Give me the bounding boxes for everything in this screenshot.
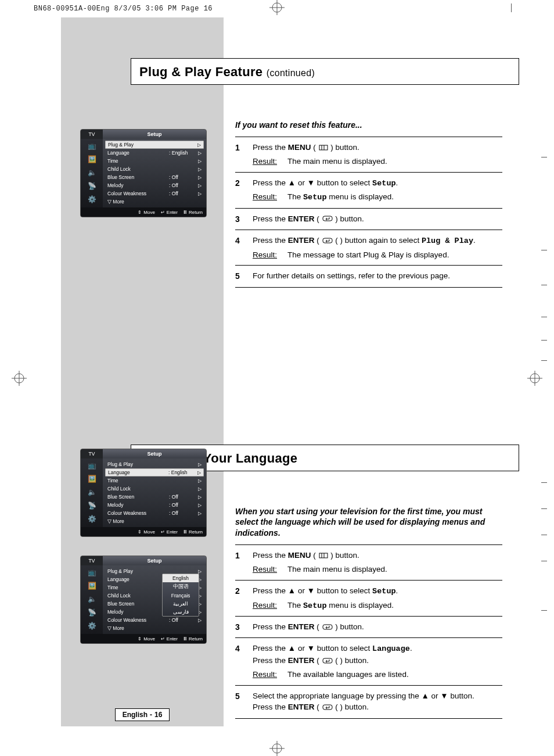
step-number: 2 <box>235 177 253 203</box>
step: 3 Press the ENTER ( ) button. <box>235 208 502 230</box>
result-label: Result: <box>253 191 287 203</box>
osd-popup-item: English <box>163 574 199 582</box>
step: 2 Press the ▲ or ▼ button to select Setu… <box>235 580 502 616</box>
registration-mark-icon <box>269 0 285 15</box>
result-text: The main menu is displayed. <box>287 156 502 167</box>
osd-row: ▽ More <box>105 517 204 525</box>
input-icon: 📺 <box>85 568 98 577</box>
osd-row: Child Lock▷ <box>105 165 204 173</box>
step: 5 For further details on settings, refer… <box>235 265 502 287</box>
registration-mark-icon <box>269 741 285 756</box>
step-number: 3 <box>235 213 253 225</box>
osd-tv-label: TV <box>81 556 103 565</box>
osd-row: Colour Weakness: Off▷ <box>105 616 204 624</box>
osd-setup-plugplay: TVSetup 📺 🖼️ 🔈 📡 ⚙️ Plug & Play▷Language… <box>80 129 207 217</box>
step-number: 5 <box>235 690 253 714</box>
osd-title: Setup <box>103 556 206 565</box>
step: 1 Press the MENU ( ) button. Result: The… <box>235 137 502 172</box>
section-intro: When you start using your television for… <box>235 506 502 539</box>
print-slug: BN68-00951A-00Eng 8/3/05 3:06 PM Page 16 <box>34 5 213 13</box>
osd-language-popup: English中国语Françaisالعربيةفارسی <box>162 574 199 617</box>
channel-icon: 📡 <box>85 181 98 191</box>
sound-icon: 🔈 <box>85 168 98 177</box>
sound-icon: 🔈 <box>85 594 98 604</box>
steps-list: 1 Press the MENU ( ) button. Result:The … <box>235 544 502 718</box>
menu-button-icon <box>319 142 328 154</box>
picture-icon: 🖼️ <box>85 155 98 164</box>
osd-row: Child Lock▷ <box>105 485 204 493</box>
osd-row: Colour Weakness: Off▷ <box>105 189 204 198</box>
section-heading: Plug & Play Feature (continued) <box>131 58 519 85</box>
step-number: 4 <box>235 235 253 260</box>
osd-hint-return: ⅢReturn <box>184 529 203 535</box>
step: 5 Select the appropriate language by pre… <box>235 685 502 719</box>
steps-list: 1 Press the MENU ( ) button. Result: The… <box>235 137 502 288</box>
osd-category-icons: 📺 🖼️ 🔈 📡 ⚙️ <box>81 458 103 527</box>
osd-row: Colour Weakness: Off▷ <box>105 509 204 517</box>
osd-popup-item: 中国语 <box>163 582 199 592</box>
osd-hint-move: ⇕Move <box>138 636 155 642</box>
osd-footer: ⇕Move ↵Enter ⅢReturn <box>81 527 206 536</box>
osd-row: ▽ More <box>105 624 204 632</box>
osd-footer: ⇕Move ↵Enter ⅢReturn <box>81 634 206 643</box>
section-intro: If you want to reset this feature... <box>235 120 502 131</box>
section-title-continued: (continued) <box>267 68 315 78</box>
osd-hint-return: ⅢReturn <box>184 210 203 215</box>
sound-icon: 🔈 <box>85 488 98 497</box>
svg-rect-17 <box>319 553 328 558</box>
svg-rect-15 <box>323 216 332 221</box>
osd-setup-language-popup: TVSetup 📺 🖼️ 🔈 📡 ⚙️ Plug & Play▷Language… <box>80 556 207 644</box>
osd-row: Language: English▷ <box>105 468 204 476</box>
enter-button-icon <box>322 622 333 633</box>
osd-hint-move: ⇕Move <box>138 529 155 535</box>
setup-icon: ⚙️ <box>85 514 98 524</box>
crop-tick-icon <box>541 157 547 157</box>
setup-icon: ⚙️ <box>85 621 98 630</box>
osd-hint-enter: ↵Enter <box>161 636 178 642</box>
osd-hint-return: ⅢReturn <box>184 636 203 642</box>
svg-rect-12 <box>319 145 328 150</box>
enter-button-icon <box>322 655 333 667</box>
osd-row: Language: English▷ <box>105 149 204 157</box>
osd-title: Setup <box>103 449 206 458</box>
section-title-text: Plug & Play Feature <box>139 65 262 79</box>
osd-row: Plug & Play▷ <box>105 460 204 468</box>
step: 4 Press the ENTER ( ( ) button again to … <box>235 230 502 265</box>
enter-button-icon <box>322 213 333 225</box>
picture-icon: 🖼️ <box>85 581 98 590</box>
osd-row: Time▷ <box>105 157 204 165</box>
setup-icon: ⚙️ <box>85 195 98 204</box>
svg-rect-16 <box>323 238 332 243</box>
svg-rect-20 <box>323 625 332 629</box>
result-text: The message to start Plug & Play is disp… <box>287 249 502 261</box>
osd-rows: Plug & Play▷Language: English▷Time▷Child… <box>103 458 206 527</box>
step: 3 Press the ENTER ( ) button. <box>235 616 502 637</box>
osd-rows: Plug & Play▷Language: English▷Time▷Child… <box>103 565 206 634</box>
channel-icon: 📡 <box>85 608 98 617</box>
osd-popup-item: فارسی <box>163 608 199 616</box>
osd-row: Melody: Off▷ <box>105 181 204 189</box>
input-icon: 📺 <box>85 141 98 151</box>
osd-title: Setup <box>103 130 206 139</box>
osd-popup-item: Français <box>163 592 199 600</box>
osd-row: Blue Screen: Off▷ <box>105 493 204 501</box>
enter-button-icon <box>322 702 333 714</box>
picture-icon: 🖼️ <box>85 474 98 483</box>
step: 1 Press the MENU ( ) button. Result:The … <box>235 544 502 580</box>
osd-hint-enter: ↵Enter <box>161 529 178 535</box>
osd-row: Blue Screen: Off▷ <box>105 173 204 181</box>
osd-row: Time▷ <box>105 476 204 485</box>
step-number: 4 <box>235 643 253 680</box>
osd-category-icons: 📺 🖼️ 🔈 📡 ⚙️ <box>81 139 103 207</box>
osd-hint-move: ⇕Move <box>138 210 155 215</box>
result-label: Result: <box>253 156 287 167</box>
svg-rect-21 <box>323 658 332 663</box>
osd-row: ▽ More <box>105 198 204 206</box>
osd-rows: Plug & Play▷Language: English▷Time▷Child… <box>103 139 206 207</box>
osd-popup-item: العربية <box>163 600 199 608</box>
enter-button-icon <box>322 235 333 247</box>
step-number: 3 <box>235 621 253 633</box>
step-number: 1 <box>235 142 253 167</box>
crop-tick-icon <box>511 3 512 12</box>
step: 2 Press the ▲ or ▼ button to select Setu… <box>235 172 502 208</box>
